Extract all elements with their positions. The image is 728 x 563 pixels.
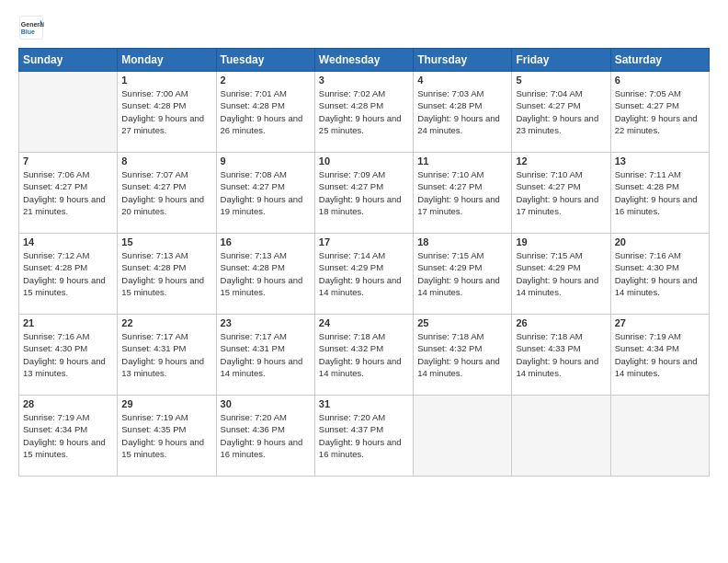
calendar-cell: 20Sunrise: 7:16 AMSunset: 4:30 PMDayligh…	[610, 234, 709, 315]
calendar-week-2: 14Sunrise: 7:12 AMSunset: 4:28 PMDayligh…	[19, 234, 710, 315]
day-number: 1	[121, 75, 211, 86]
calendar-cell: 14Sunrise: 7:12 AMSunset: 4:28 PMDayligh…	[19, 234, 118, 315]
calendar-header-row: SundayMondayTuesdayWednesdayThursdayFrid…	[19, 49, 710, 72]
day-number: 2	[221, 75, 311, 86]
calendar-cell: 11Sunrise: 7:10 AMSunset: 4:27 PMDayligh…	[414, 153, 512, 234]
day-info: Sunrise: 7:02 AMSunset: 4:28 PMDaylight:…	[319, 87, 409, 136]
day-number: 11	[417, 155, 507, 167]
calendar-cell: 8Sunrise: 7:07 AMSunset: 4:27 PMDaylight…	[118, 153, 216, 234]
day-number: 7	[23, 155, 113, 167]
calendar-cell: 16Sunrise: 7:13 AMSunset: 4:28 PMDayligh…	[216, 234, 314, 315]
calendar-cell: 6Sunrise: 7:05 AMSunset: 4:27 PMDaylight…	[610, 72, 709, 153]
day-number: 25	[417, 317, 507, 328]
day-number: 23	[221, 317, 311, 328]
day-number: 10	[319, 155, 409, 167]
day-header-thursday: Thursday	[414, 49, 512, 72]
day-info: Sunrise: 7:17 AMSunset: 4:31 PMDaylight:…	[221, 330, 311, 379]
day-info: Sunrise: 7:06 AMSunset: 4:27 PMDaylight:…	[23, 168, 113, 217]
day-info: Sunrise: 7:10 AMSunset: 4:27 PMDaylight:…	[516, 168, 606, 217]
day-info: Sunrise: 7:14 AMSunset: 4:29 PMDaylight:…	[319, 249, 409, 298]
day-number: 27	[615, 317, 705, 328]
calendar-cell	[19, 72, 118, 153]
calendar-cell	[512, 396, 610, 477]
day-info: Sunrise: 7:04 AMSunset: 4:27 PMDaylight:…	[516, 87, 606, 136]
calendar-week-0: 1Sunrise: 7:00 AMSunset: 4:28 PMDaylight…	[19, 72, 710, 153]
day-info: Sunrise: 7:01 AMSunset: 4:28 PMDaylight:…	[221, 87, 311, 136]
calendar-cell: 23Sunrise: 7:17 AMSunset: 4:31 PMDayligh…	[216, 315, 314, 396]
calendar-cell: 29Sunrise: 7:19 AMSunset: 4:35 PMDayligh…	[118, 396, 216, 477]
day-number: 5	[516, 75, 606, 86]
calendar-cell: 18Sunrise: 7:15 AMSunset: 4:29 PMDayligh…	[414, 234, 512, 315]
calendar-cell: 17Sunrise: 7:14 AMSunset: 4:29 PMDayligh…	[314, 234, 413, 315]
calendar-week-4: 28Sunrise: 7:19 AMSunset: 4:34 PMDayligh…	[19, 396, 710, 477]
day-info: Sunrise: 7:15 AMSunset: 4:29 PMDaylight:…	[417, 249, 507, 298]
calendar-cell: 30Sunrise: 7:20 AMSunset: 4:36 PMDayligh…	[216, 396, 314, 477]
calendar-cell: 7Sunrise: 7:06 AMSunset: 4:27 PMDaylight…	[19, 153, 118, 234]
page: General Blue SundayMondayTuesdayWednesda…	[0, 0, 728, 486]
calendar-cell: 28Sunrise: 7:19 AMSunset: 4:34 PMDayligh…	[19, 396, 118, 477]
day-header-friday: Friday	[512, 49, 610, 72]
day-number: 13	[615, 155, 705, 167]
calendar-cell	[610, 396, 709, 477]
day-info: Sunrise: 7:00 AMSunset: 4:28 PMDaylight:…	[121, 87, 211, 136]
calendar-cell	[414, 396, 512, 477]
calendar-cell: 19Sunrise: 7:15 AMSunset: 4:29 PMDayligh…	[512, 234, 610, 315]
calendar-week-1: 7Sunrise: 7:06 AMSunset: 4:27 PMDaylight…	[19, 153, 710, 234]
day-header-monday: Monday	[118, 49, 216, 72]
calendar-cell: 27Sunrise: 7:19 AMSunset: 4:34 PMDayligh…	[610, 315, 709, 396]
day-info: Sunrise: 7:19 AMSunset: 4:35 PMDaylight:…	[121, 411, 211, 460]
calendar-week-3: 21Sunrise: 7:16 AMSunset: 4:30 PMDayligh…	[19, 315, 710, 396]
svg-rect-0	[19, 16, 42, 39]
day-info: Sunrise: 7:18 AMSunset: 4:32 PMDaylight:…	[319, 330, 409, 379]
day-info: Sunrise: 7:13 AMSunset: 4:28 PMDaylight:…	[121, 249, 211, 298]
day-number: 24	[319, 317, 409, 328]
day-info: Sunrise: 7:17 AMSunset: 4:31 PMDaylight:…	[121, 330, 211, 379]
day-info: Sunrise: 7:03 AMSunset: 4:28 PMDaylight:…	[417, 87, 507, 136]
calendar-cell: 15Sunrise: 7:13 AMSunset: 4:28 PMDayligh…	[118, 234, 216, 315]
calendar-cell: 21Sunrise: 7:16 AMSunset: 4:30 PMDayligh…	[19, 315, 118, 396]
day-header-tuesday: Tuesday	[216, 49, 314, 72]
day-number: 29	[121, 398, 211, 409]
day-info: Sunrise: 7:10 AMSunset: 4:27 PMDaylight:…	[417, 168, 507, 217]
calendar-cell: 13Sunrise: 7:11 AMSunset: 4:28 PMDayligh…	[610, 153, 709, 234]
day-info: Sunrise: 7:13 AMSunset: 4:28 PMDaylight:…	[221, 249, 311, 298]
calendar-cell: 2Sunrise: 7:01 AMSunset: 4:28 PMDaylight…	[216, 72, 314, 153]
calendar-cell: 1Sunrise: 7:00 AMSunset: 4:28 PMDaylight…	[118, 72, 216, 153]
day-info: Sunrise: 7:09 AMSunset: 4:27 PMDaylight:…	[319, 168, 409, 217]
day-info: Sunrise: 7:08 AMSunset: 4:27 PMDaylight:…	[221, 168, 311, 217]
day-info: Sunrise: 7:07 AMSunset: 4:27 PMDaylight:…	[121, 168, 211, 217]
day-info: Sunrise: 7:16 AMSunset: 4:30 PMDaylight:…	[23, 330, 113, 379]
day-number: 8	[121, 155, 211, 167]
logo-icon: General Blue	[18, 15, 44, 40]
day-number: 22	[121, 317, 211, 328]
calendar-table: SundayMondayTuesdayWednesdayThursdayFrid…	[18, 48, 710, 477]
day-number: 14	[23, 236, 113, 247]
day-number: 31	[319, 398, 409, 409]
day-info: Sunrise: 7:12 AMSunset: 4:28 PMDaylight:…	[23, 249, 113, 298]
day-info: Sunrise: 7:16 AMSunset: 4:30 PMDaylight:…	[615, 249, 705, 298]
day-number: 6	[615, 75, 705, 86]
day-number: 21	[23, 317, 113, 328]
day-number: 3	[319, 75, 409, 86]
day-info: Sunrise: 7:19 AMSunset: 4:34 PMDaylight:…	[615, 330, 705, 379]
calendar-cell: 25Sunrise: 7:18 AMSunset: 4:32 PMDayligh…	[414, 315, 512, 396]
day-header-saturday: Saturday	[610, 49, 709, 72]
day-number: 15	[121, 236, 211, 247]
calendar-cell: 10Sunrise: 7:09 AMSunset: 4:27 PMDayligh…	[314, 153, 413, 234]
day-number: 17	[319, 236, 409, 247]
day-header-wednesday: Wednesday	[314, 49, 413, 72]
day-number: 12	[516, 155, 606, 167]
day-number: 26	[516, 317, 606, 328]
day-number: 18	[417, 236, 507, 247]
day-header-sunday: Sunday	[19, 49, 118, 72]
day-info: Sunrise: 7:20 AMSunset: 4:36 PMDaylight:…	[221, 411, 311, 460]
day-number: 28	[23, 398, 113, 409]
day-info: Sunrise: 7:20 AMSunset: 4:37 PMDaylight:…	[319, 411, 409, 460]
day-number: 16	[221, 236, 311, 247]
calendar-cell: 4Sunrise: 7:03 AMSunset: 4:28 PMDaylight…	[414, 72, 512, 153]
day-number: 30	[221, 398, 311, 409]
calendar-cell: 31Sunrise: 7:20 AMSunset: 4:37 PMDayligh…	[314, 396, 413, 477]
day-info: Sunrise: 7:18 AMSunset: 4:32 PMDaylight:…	[417, 330, 507, 379]
calendar-cell: 5Sunrise: 7:04 AMSunset: 4:27 PMDaylight…	[512, 72, 610, 153]
calendar-cell: 9Sunrise: 7:08 AMSunset: 4:27 PMDaylight…	[216, 153, 314, 234]
